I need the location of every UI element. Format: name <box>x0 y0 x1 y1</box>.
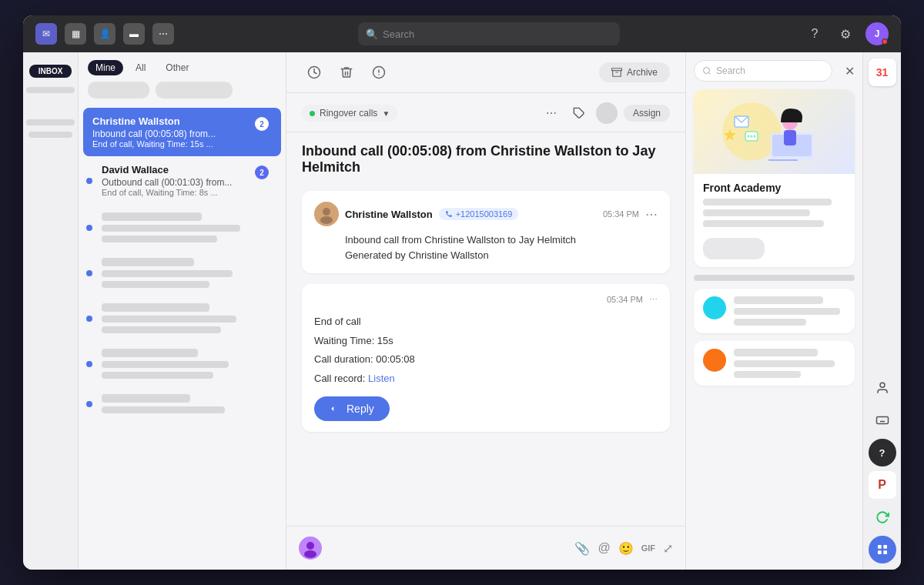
conv-tab-other[interactable]: Other <box>158 60 196 75</box>
conversation-toolbar: Archive <box>286 52 685 93</box>
calendar-icon-tb[interactable]: ▦ <box>65 23 86 45</box>
conv-item-2[interactable]: David Wallace Outbound call (00:01:03) f… <box>83 156 281 205</box>
conv-filter-pill2[interactable] <box>156 82 233 99</box>
mail-icon[interactable]: ✉ <box>35 23 57 45</box>
conv-preview-active: Inbound call (00:05:08) from... <box>92 129 246 139</box>
contact-lines-2 <box>734 349 845 378</box>
label-button[interactable] <box>568 102 590 124</box>
expand-icon[interactable]: ⤢ <box>663 541 673 556</box>
p-icon-btn[interactable]: P <box>869 471 896 499</box>
refresh-icon-btn[interactable] <box>869 503 896 531</box>
conv-badge-2: 2 <box>255 165 269 179</box>
settings-button[interactable]: ⚙ <box>835 23 856 45</box>
contact-line-1c <box>734 319 806 326</box>
right-panel: Search ✕ <box>685 52 862 570</box>
conv-filter-pill1[interactable] <box>88 82 149 99</box>
assign-button[interactable]: Assign <box>624 105 670 122</box>
inbox-tab[interactable]: INBOX <box>29 65 72 78</box>
more-options-button[interactable]: ⋯ <box>541 102 562 124</box>
academy-line-2 <box>703 209 810 216</box>
search-icon: 🔍 <box>366 28 378 40</box>
conv-tab-mine[interactable]: Mine <box>88 60 123 75</box>
global-search-box[interactable]: 🔍 Search <box>358 22 620 45</box>
skel-preview-4 <box>102 361 229 368</box>
phone-number: +12015003169 <box>456 209 513 219</box>
listen-link[interactable]: Listen <box>368 373 395 384</box>
message-more-1[interactable]: ⋯ <box>645 207 658 222</box>
skel-name-3 <box>102 303 209 312</box>
call-record-row: Call record: Listen <box>314 369 658 389</box>
svg-rect-37 <box>883 550 887 554</box>
left-spacer <box>28 102 72 115</box>
contact-line-1a <box>734 296 823 304</box>
academy-lines <box>694 199 855 235</box>
emoji-icon[interactable]: 🙂 <box>618 541 634 556</box>
archive-button[interactable]: Archive <box>599 62 670 82</box>
skel-preview-5 <box>102 406 225 413</box>
gif-icon[interactable]: GIF <box>641 543 655 553</box>
snooze-button[interactable] <box>302 60 326 85</box>
conv-tab-all[interactable]: All <box>128 60 153 75</box>
call-more[interactable]: ⋯ <box>649 295 658 305</box>
calendar-icon-sidebar[interactable]: 31 <box>869 58 896 86</box>
mention-icon[interactable]: @ <box>598 541 610 555</box>
archive-label: Archive <box>627 67 658 78</box>
message-time-1: 05:34 PM <box>603 209 639 219</box>
call-duration: Call duration: 00:05:08 <box>314 350 658 369</box>
attachment-icon[interactable]: 📎 <box>574 541 590 556</box>
contact-line-2a <box>734 349 818 356</box>
unread-dot-skel3 <box>86 316 92 322</box>
channel-badge[interactable]: Ringover calls ▼ <box>302 105 397 122</box>
reply-label: Reply <box>346 403 374 415</box>
call-info-meta: 05:34 PM ⋯ <box>314 295 658 305</box>
svg-point-24 <box>750 135 752 138</box>
academy-cta-button[interactable] <box>703 238 765 259</box>
sender-name-1: Christine Wallston <box>345 209 433 220</box>
main-content: INBOX Mine All Other <box>23 52 901 570</box>
help-button[interactable]: ? <box>804 23 825 45</box>
title-bar-left: ✉ ▦ 👤 ▬ ⋯ <box>35 23 174 45</box>
svg-rect-20 <box>784 130 796 145</box>
assignee-avatar <box>596 102 618 124</box>
call-info-card: 05:34 PM ⋯ End of call Waiting Time: 15s… <box>302 284 670 432</box>
delete-button[interactable] <box>334 60 359 85</box>
front-academy-card: Front Academy <box>694 89 855 267</box>
compose-input[interactable] <box>330 534 567 562</box>
academy-line-3 <box>703 220 824 227</box>
chart-icon-tb[interactable]: ▬ <box>123 23 145 45</box>
call-time: 05:34 PM <box>607 295 643 305</box>
left-sidebar: INBOX <box>23 52 79 570</box>
conv-item-skel-1[interactable] <box>83 205 281 250</box>
unread-dot-skel5 <box>86 401 92 407</box>
user-avatar[interactable]: J <box>865 22 889 45</box>
conv-item-skel-5[interactable] <box>83 386 281 421</box>
academy-title: Front Academy <box>694 174 855 199</box>
contacts-icon-tb[interactable]: 👤 <box>94 23 116 45</box>
conv-item-skel-4[interactable] <box>83 341 281 386</box>
keyboard-icon-btn[interactable] <box>869 406 896 434</box>
conversation-list-panel: Mine All Other Christine Wallston Inboun… <box>79 52 286 570</box>
skel-sub-3 <box>102 326 221 333</box>
contact-card-1 <box>694 289 855 333</box>
spam-button[interactable] <box>367 60 391 85</box>
contact-lines-1 <box>734 296 845 326</box>
person-icon-btn[interactable] <box>869 374 896 402</box>
waiting-time: Waiting Time: 15s <box>314 332 658 351</box>
conv-sub-2: End of call, Waiting Time: 8s ... <box>102 188 256 197</box>
conv-item-active[interactable]: Christine Wallston Inbound call (00:05:0… <box>83 108 281 156</box>
grid-icon-btn[interactable] <box>869 536 896 563</box>
channel-online-dot <box>310 111 315 116</box>
reply-button[interactable]: Reply <box>314 396 390 421</box>
right-panel-close[interactable]: ✕ <box>845 64 855 79</box>
skel-sub-4 <box>102 372 213 379</box>
conv-item-skel-3[interactable] <box>83 296 281 341</box>
contact-line-2c <box>734 371 801 378</box>
more-icon-tb[interactable]: ⋯ <box>152 23 174 45</box>
right-search[interactable]: Search <box>694 60 832 82</box>
conversation-title: Inbound call (00:05:08) from Christine W… <box>286 132 685 183</box>
conv-item-skel-2[interactable] <box>83 250 281 296</box>
conv-sub-active: End of call, Waiting Time: 15s ... <box>92 139 246 149</box>
message-card-1: Christine Wallston +12015003169 05:34 PM… <box>302 191 670 273</box>
svg-point-12 <box>304 550 316 558</box>
question-icon-btn[interactable]: ? <box>869 439 896 466</box>
